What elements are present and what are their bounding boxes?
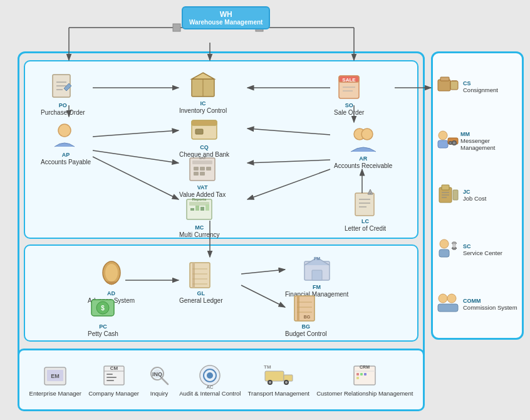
mm-icon xyxy=(437,129,457,153)
pc-code: PC xyxy=(99,323,107,330)
sc-module[interactable]: SC Service Center xyxy=(437,238,518,262)
mc-code: MC xyxy=(195,224,204,231)
svg-point-66 xyxy=(449,142,452,144)
svg-text:TM: TM xyxy=(264,364,271,370)
inq-module[interactable]: INQ Inquiry xyxy=(146,362,172,397)
mm-name: Messenger Management xyxy=(460,137,518,152)
lc-code: LC xyxy=(361,218,369,224)
vat-code: VAT xyxy=(197,184,208,191)
cs-name: Consignment xyxy=(463,87,498,93)
so-label: Sale Order xyxy=(334,108,364,117)
wh-name: Warehouse Management xyxy=(189,19,262,26)
bg-label: Budget Control xyxy=(285,330,327,338)
vat-icon: VAT xyxy=(187,154,217,184)
mc-icon: Reports xyxy=(184,194,214,224)
comm-text: COMM Commission System xyxy=(463,298,517,311)
cs-module[interactable]: CS Consignment xyxy=(437,75,518,98)
comm-module[interactable]: COMM Commission System xyxy=(437,293,518,317)
po-code: PO xyxy=(59,102,67,108)
svg-rect-102 xyxy=(200,207,204,211)
lc-module[interactable]: LC Letter of Credit xyxy=(345,188,386,233)
svg-rect-61 xyxy=(438,140,448,148)
svg-text:CM: CM xyxy=(110,365,118,371)
svg-rect-95 xyxy=(194,172,199,176)
ar-module[interactable]: AR Accounts Receivable xyxy=(334,125,392,170)
sc-icon xyxy=(437,238,459,262)
wh-code: WH xyxy=(189,10,262,19)
diagram-wrapper: WH Warehouse Management EM Enterprise Ma… xyxy=(0,0,530,420)
ac-name: Audit & Internal Control xyxy=(179,390,241,397)
jc-text: JC Job Cost xyxy=(463,189,487,202)
ic-icon xyxy=(188,70,218,100)
svg-rect-94 xyxy=(206,167,211,171)
lc-label: Letter of Credit xyxy=(345,224,386,233)
svg-rect-126 xyxy=(312,270,322,280)
fm-module[interactable]: FM FM Financial Management xyxy=(285,254,348,298)
so-module[interactable]: SALE SO Sale Order xyxy=(334,72,364,117)
tm-module[interactable]: TM Transport Management xyxy=(248,362,309,397)
cm-name: Company Manager xyxy=(88,390,139,397)
mc-label: Multi Currency xyxy=(179,231,219,239)
bg-module[interactable]: BG BG Budget Control xyxy=(285,293,327,338)
svg-rect-129 xyxy=(297,296,299,321)
svg-rect-92 xyxy=(194,167,199,171)
svg-rect-33 xyxy=(107,380,114,381)
ap-label: Accounts Payable xyxy=(41,158,91,166)
svg-marker-85 xyxy=(192,73,214,79)
ac-module[interactable]: AC Audit & Internal Control xyxy=(179,362,241,397)
po-module[interactable]: PO Purchase Order xyxy=(41,72,85,117)
fm-code: FM xyxy=(313,284,321,290)
jc-module[interactable]: JC Job Cost xyxy=(437,184,518,207)
cs-code: CS xyxy=(463,80,498,87)
gl-module[interactable]: GL General Ledger xyxy=(179,260,223,305)
svg-text:$: $ xyxy=(101,305,105,312)
bottom-strip-container: EM Enterprise Manager CM Company Manager xyxy=(18,349,425,411)
pc-icon: $ xyxy=(88,293,118,323)
svg-rect-93 xyxy=(200,167,205,171)
pc-label: Petty Cash xyxy=(88,330,118,338)
svg-text:AC: AC xyxy=(207,384,214,389)
jc-name: Job Cost xyxy=(463,195,487,202)
em-module[interactable]: EM Enterprise Manager xyxy=(29,362,81,397)
svg-rect-31 xyxy=(107,374,113,375)
cq-module[interactable]: CQ Cheque and Bank xyxy=(179,114,229,159)
svg-rect-58 xyxy=(450,81,458,90)
svg-line-36 xyxy=(162,378,168,384)
cq-code: CQ xyxy=(200,144,209,150)
svg-point-111 xyxy=(361,129,373,140)
cs-icon xyxy=(437,75,459,98)
mm-text: MM Messenger Management xyxy=(460,131,518,152)
svg-rect-32 xyxy=(107,377,117,378)
lc-icon xyxy=(350,188,380,218)
gl-label: General Ledger xyxy=(179,297,223,305)
jc-code: JC xyxy=(463,189,487,195)
sc-name: Service Center xyxy=(463,249,502,256)
svg-rect-51 xyxy=(356,373,359,375)
pc-module[interactable]: $ PC Petty Cash xyxy=(88,293,118,338)
ap-code: AP xyxy=(62,152,70,158)
svg-point-48 xyxy=(285,381,288,384)
ap-module[interactable]: AP Accounts Payable xyxy=(41,122,91,166)
ic-code: IC xyxy=(200,100,206,107)
warehouse-module[interactable]: WH Warehouse Management xyxy=(182,6,270,29)
mc-module[interactable]: Reports MC Multi Currency xyxy=(179,194,219,239)
vat-module[interactable]: VAT VAT Value Added Tax xyxy=(179,154,226,199)
ic-module[interactable]: IC Inventory Control xyxy=(179,70,227,115)
svg-text:CRM: CRM xyxy=(360,365,370,369)
svg-rect-88 xyxy=(192,120,217,125)
fm-icon: FM xyxy=(302,254,332,284)
svg-point-77 xyxy=(447,294,456,303)
svg-rect-53 xyxy=(364,373,366,375)
svg-rect-103 xyxy=(205,204,209,211)
mm-module[interactable]: MM Messenger Management xyxy=(437,129,518,153)
ad-icon xyxy=(96,260,127,290)
bg-icon: BG xyxy=(291,293,321,323)
gl-code: GL xyxy=(197,290,205,297)
sc-text: SC Service Center xyxy=(463,243,502,256)
crm-module[interactable]: CRM Customer Relationship Management xyxy=(316,362,413,397)
cm-module[interactable]: CM Company Manager xyxy=(88,362,139,397)
svg-point-73 xyxy=(440,239,449,248)
crm-name: Customer Relationship Management xyxy=(316,390,413,397)
svg-rect-89 xyxy=(195,129,203,134)
svg-rect-69 xyxy=(453,190,458,200)
